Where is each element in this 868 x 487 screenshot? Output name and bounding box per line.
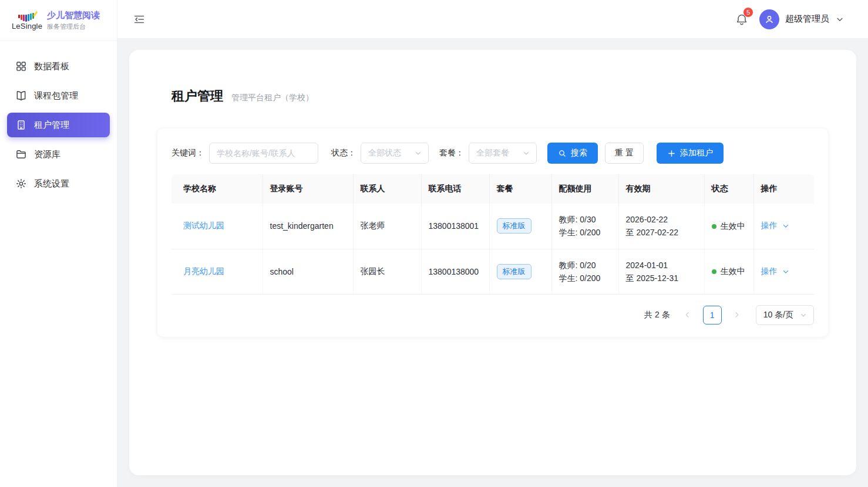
page-title: 租户管理 [171, 87, 223, 105]
header-validity: 有效期 [618, 174, 704, 204]
sidebar-item-system-settings[interactable]: 系统设置 [7, 171, 110, 196]
quota-teacher: 教师: 0/30 [559, 213, 611, 226]
sidebar-menu: 数据看板 课程包管理 租户管理 [0, 41, 117, 209]
search-icon [558, 149, 567, 158]
sidebar-item-label: 数据看板 [34, 61, 69, 72]
building-icon [15, 119, 27, 131]
valid-to: 至 2025-12-31 [626, 272, 697, 285]
header-status: 状态 [704, 174, 753, 204]
valid-to: 至 2027-02-22 [626, 226, 697, 239]
quota-cell: 教师: 0/30 学生: 0/200 [551, 204, 618, 249]
valid-from: 2024-01-01 [626, 259, 697, 272]
tenant-panel: 关键词： 状态： 全部状态 套餐： 全部套餐 [157, 128, 828, 337]
chevron-down-icon [782, 268, 790, 276]
chevron-down-icon [522, 149, 530, 157]
gear-icon [15, 178, 27, 190]
pagination-next-icon[interactable] [729, 307, 745, 323]
validity-cell: 2026-02-22 至 2027-02-22 [618, 204, 704, 249]
notification-badge: 5 [743, 7, 753, 18]
user-menu[interactable]: 超级管理员 [759, 9, 845, 29]
quota-student: 学生: 0/200 [559, 272, 611, 285]
sidebar: LeSingle 少儿智慧阅读 服务管理后台 数据看板 课程包 [0, 0, 117, 487]
page-size-select[interactable]: 10 条/页 [756, 305, 814, 325]
status-badge: 生效中 [721, 221, 745, 231]
keyword-label: 关键词： [171, 148, 204, 158]
sidebar-item-label: 课程包管理 [34, 90, 78, 102]
search-button[interactable]: 搜索 [547, 143, 598, 164]
plan-select[interactable]: 全部套餐 [469, 143, 537, 164]
plan-select-value: 全部套餐 [476, 148, 509, 158]
status-cell: 生效中 [704, 204, 753, 249]
actions-label: 操作 [761, 221, 778, 231]
pagination-prev-icon[interactable] [679, 307, 696, 323]
pagination: 共 2 条 1 10 条/页 [171, 305, 814, 325]
validity-cell: 2024-01-01 至 2025-12-31 [618, 249, 704, 294]
sidebar-item-course-packages[interactable]: 课程包管理 [7, 83, 110, 108]
sidebar-item-label: 租户管理 [34, 120, 69, 131]
sidebar-item-tenant-management[interactable]: 租户管理 [7, 113, 110, 137]
status-cell: 生效中 [704, 249, 753, 294]
reset-button[interactable]: 重 置 [605, 143, 644, 164]
status-dot-icon [712, 269, 716, 274]
username: 超级管理员 [785, 13, 829, 25]
reset-button-label: 重 置 [615, 148, 634, 158]
school-name-link[interactable]: 月亮幼儿园 [183, 266, 224, 276]
header-login-account: 登录账号 [263, 174, 353, 204]
sidebar-item-dashboard[interactable]: 数据看板 [7, 54, 110, 79]
phone-cell: 13800138000 [421, 249, 489, 294]
contact-cell: 张老师 [353, 204, 421, 249]
add-tenant-button-label: 添加租户 [680, 148, 713, 158]
avatar [759, 9, 779, 29]
plan-label: 套餐： [439, 148, 464, 158]
keyword-input[interactable] [209, 143, 318, 164]
status-select[interactable]: 全部状态 [361, 143, 429, 164]
table-header-row: 学校名称 登录账号 联系人 联系电话 套餐 配额使用 有效期 状态 操作 [171, 174, 814, 204]
dashboard-icon [15, 60, 27, 72]
plan-badge: 标准版 [497, 218, 531, 234]
header-phone: 联系电话 [421, 174, 489, 204]
header-quota: 配额使用 [551, 174, 618, 204]
brand-logo: LeSingle 少儿智慧阅读 服务管理后台 [0, 0, 117, 41]
sidebar-item-label: 系统设置 [34, 178, 69, 190]
add-tenant-button[interactable]: 添加租户 [657, 143, 724, 164]
folder-icon [15, 148, 27, 160]
table-row: 月亮幼儿园 school 张园长 13800138000 标准版 教师: 0/2… [171, 249, 814, 294]
valid-from: 2026-02-22 [626, 213, 697, 226]
page-header: 租户管理 管理平台租户（学校） [157, 87, 828, 105]
status-select-value: 全部状态 [368, 148, 401, 158]
plus-icon [667, 149, 676, 158]
school-name-link[interactable]: 测试幼儿园 [183, 221, 224, 230]
login-account-cell: school [263, 249, 353, 294]
table-row: 测试幼儿园 test_kindergarten 张老师 13800138001 … [171, 204, 814, 249]
page-subtitle: 管理平台租户（学校） [231, 93, 314, 103]
header-actions: 操作 [753, 174, 814, 204]
page-card: 租户管理 管理平台租户（学校） 关键词： 状态： 全部状态 [129, 50, 856, 475]
sidebar-item-resource-library[interactable]: 资源库 [7, 142, 110, 167]
pagination-total: 共 2 条 [644, 310, 670, 320]
notification-bell-icon[interactable]: 5 [735, 12, 749, 26]
chevron-down-icon [799, 311, 808, 319]
quota-teacher: 教师: 0/20 [559, 259, 611, 272]
header-school-name: 学校名称 [171, 174, 263, 204]
actions-dropdown[interactable]: 操作 [761, 221, 790, 231]
book-icon [15, 90, 27, 102]
page-size-value: 10 条/页 [763, 310, 793, 320]
header-plan: 套餐 [489, 174, 551, 204]
topbar: 5 超级管理员 [117, 0, 868, 39]
plan-badge: 标准版 [497, 264, 531, 279]
lesingle-logo-icon: LeSingle [13, 11, 41, 31]
chevron-down-icon [782, 222, 790, 230]
quota-cell: 教师: 0/20 学生: 0/200 [551, 249, 618, 294]
menu-fold-icon[interactable] [133, 13, 146, 26]
sidebar-item-label: 资源库 [34, 149, 60, 160]
filter-bar: 关键词： 状态： 全部状态 套餐： 全部套餐 [171, 143, 814, 164]
contact-cell: 张园长 [353, 249, 421, 294]
status-dot-icon [712, 224, 716, 229]
brand-logo-text: LeSingle [12, 22, 42, 31]
login-account-cell: test_kindergarten [263, 204, 353, 249]
pagination-page-1[interactable]: 1 [703, 306, 722, 324]
brand-title: 少儿智慧阅读 [47, 10, 100, 21]
actions-dropdown[interactable]: 操作 [761, 266, 790, 277]
phone-cell: 13800138001 [421, 204, 489, 249]
search-button-label: 搜索 [571, 148, 587, 158]
